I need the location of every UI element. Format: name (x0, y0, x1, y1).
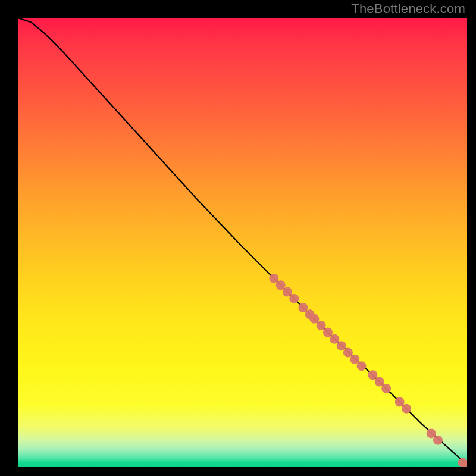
data-point (330, 334, 339, 344)
attribution-label: TheBottleneck.com (351, 1, 465, 17)
data-point (357, 361, 367, 371)
data-point (309, 314, 319, 324)
data-point (402, 404, 411, 414)
data-point (337, 341, 346, 350)
data-point (368, 370, 377, 380)
data-point (283, 287, 292, 297)
data-point (427, 428, 436, 438)
data-point (375, 377, 384, 387)
data-point (289, 294, 299, 303)
data-point (298, 303, 308, 312)
data-point (276, 280, 286, 290)
data-point (433, 436, 443, 445)
chart-svg (18, 18, 467, 467)
chart-frame: TheBottleneck.com (0, 0, 476, 476)
data-point (343, 347, 353, 357)
plot-area (18, 18, 467, 467)
data-point (381, 384, 391, 393)
data-point (395, 397, 405, 407)
data-point (323, 328, 333, 337)
data-point (317, 321, 326, 330)
data-point (269, 274, 278, 283)
data-point (350, 355, 359, 364)
